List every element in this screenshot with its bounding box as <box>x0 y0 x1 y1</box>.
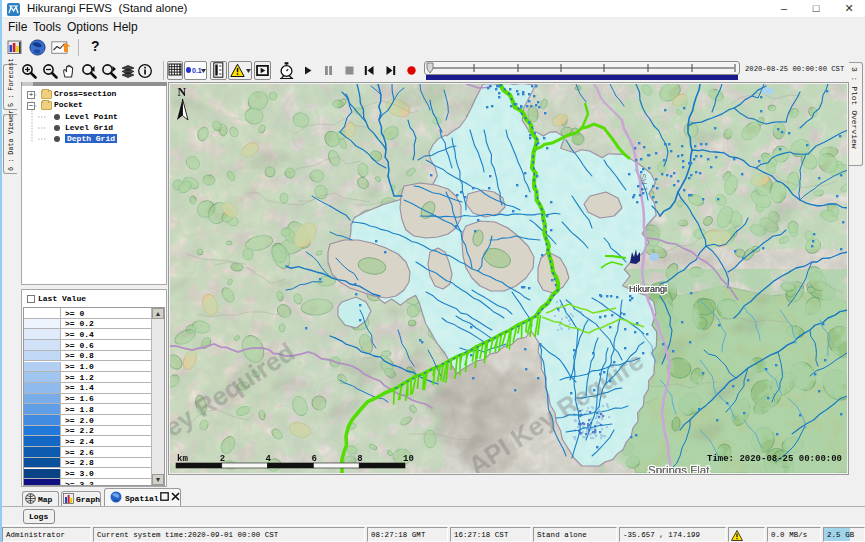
svg-text:6 : Data Viewer: 6 : Data Viewer <box>7 110 15 171</box>
svg-text:3 : Plot Overview: 3 : Plot Overview <box>850 67 859 149</box>
svg-text:6: 6 <box>311 454 316 464</box>
svg-text:Springs Flat: Springs Flat <box>648 464 710 473</box>
svg-text:10: 10 <box>403 454 414 464</box>
svg-text:4: 4 <box>266 454 272 464</box>
svg-text:km: km <box>177 454 188 464</box>
svg-text:8: 8 <box>357 454 362 464</box>
svg-text:Time: 2020-08-25 00:00:00 CST: Time: 2020-08-25 00:00:00 CST <box>707 454 847 464</box>
svg-text:Hikurangi: Hikurangi <box>629 284 667 294</box>
svg-text:5 : Forecast: 5 : Forecast <box>7 58 15 107</box>
svg-text:2: 2 <box>220 454 225 464</box>
svg-text:N: N <box>178 85 187 99</box>
